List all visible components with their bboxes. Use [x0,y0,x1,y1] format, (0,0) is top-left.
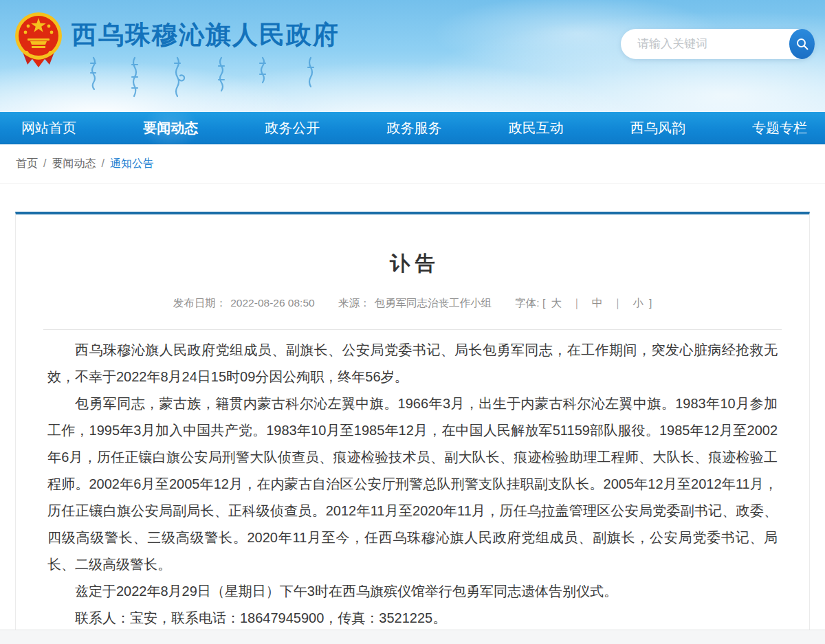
nav-item-xiwu-style[interactable]: 西乌风韵 [626,113,690,143]
breadcrumb-home[interactable]: 首页 [16,157,38,171]
nav-item-gov-info[interactable]: 政务公开 [261,113,324,143]
breadcrumb-news[interactable]: 要闻动态 [52,157,96,171]
meta-divider [43,329,782,330]
article-paragraph: 联系人：宝安，联系电话：18647945900，传真：3521225。 [47,605,778,632]
article-body: 西乌珠穆沁旗人民政府党组成员、副旗长、公安局党委书记、局长包勇军同志，在工作期间… [43,337,782,632]
publish-date-label: 发布日期： [173,297,227,309]
article-card: 讣 告 发布日期：2022-08-26 08:50 来源：包勇军同志治丧工作小组… [15,212,810,644]
source-label: 来源： [338,297,371,309]
article-paragraph: 兹定于2022年8月29日（星期日）下午3时在西乌旗殡仪馆举行包勇军同志遗体告别… [47,578,778,605]
source-value: 包勇军同志治丧工作小组 [374,297,492,309]
nav-item-special-topics[interactable]: 专题专栏 [748,113,811,143]
footer-strip [0,630,825,644]
nav-item-interaction[interactable]: 政民互动 [505,113,568,143]
breadcrumb-notices[interactable]: 通知公告 [110,157,154,171]
article-paragraph: 包勇军同志，蒙古族，籍贯内蒙古科尔沁左翼中旗。1966年3月，出生于内蒙古科尔沁… [47,390,778,578]
nav-item-home[interactable]: 网站首页 [17,113,80,143]
breadcrumb: 首页 / 要闻动态 / 通知公告 [0,144,825,184]
site-header: 西乌珠穆沁旗人民政府 [0,0,825,112]
nav-item-gov-services[interactable]: 政务服务 [382,113,446,143]
font-size-large-button[interactable]: 大 [551,297,562,309]
font-size-medium-button[interactable]: 中 [592,297,603,309]
nav-item-news[interactable]: 要闻动态 [139,113,202,143]
article-paragraph: 西乌珠穆沁旗人民政府党组成员、副旗长、公安局党委书记、局长包勇军同志，在工作期间… [47,337,778,390]
search-input[interactable] [621,30,789,58]
main-nav: 网站首页 要闻动态 政务公开 政务服务 政民互动 西乌风韵 专题专栏 [0,112,825,144]
breadcrumb-separator: / [43,157,46,170]
search-bar [621,29,815,59]
site-title: 西乌珠穆沁旗人民政府 [72,18,340,52]
site-title-mongolian-script [89,56,337,99]
national-emblem-icon [14,11,63,69]
font-size-small-button[interactable]: 小 [632,297,644,309]
search-icon [795,37,809,51]
search-button[interactable] [789,29,815,59]
publish-date-value: 2022-08-26 08:50 [230,297,314,309]
font-size-separator: ｜ [571,297,582,309]
font-size-label: 字体: [ [515,297,545,309]
site-logo-link[interactable] [14,11,63,69]
font-size-bracket-close: ] [649,297,652,309]
article-title: 讣 告 [43,250,782,278]
font-size-separator: ｜ [613,297,623,309]
breadcrumb-separator: / [101,157,104,170]
article-meta: 发布日期：2022-08-26 08:50 来源：包勇军同志治丧工作小组 字体:… [43,296,782,311]
